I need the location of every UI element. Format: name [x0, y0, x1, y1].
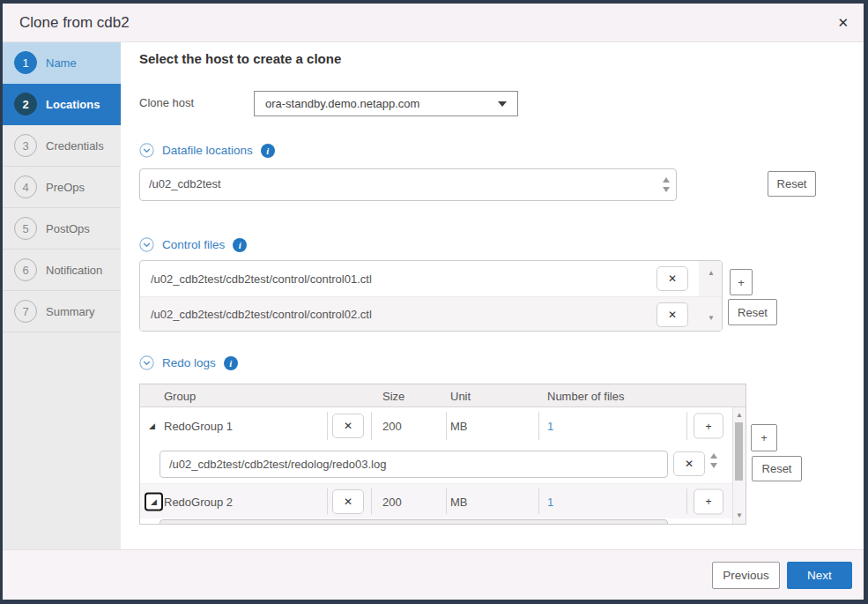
step-preops[interactable]: 4 PreOps — [3, 167, 121, 208]
step-number-badge: 5 — [14, 217, 37, 240]
focused-collapse-triangle[interactable]: ◢ — [145, 492, 163, 511]
dialog-footer: Previous Next — [3, 549, 864, 600]
add-redo-group-button[interactable]: + — [751, 424, 777, 451]
control-file-row: /u02_cdb2test/cdb2test/control/control01… — [140, 261, 722, 296]
column-header-size: Size — [382, 389, 404, 402]
step-number-badge: 4 — [14, 175, 37, 198]
remove-redo-file-button[interactable]: ✕ — [673, 451, 705, 476]
datafile-locations-section-toggle[interactable]: Datafile locations i — [139, 143, 275, 158]
control-files-section-toggle[interactable]: Control files i — [139, 237, 247, 252]
clone-host-select[interactable]: ora-standby.demo.netapp.com — [254, 91, 518, 116]
step-number-badge: 2 — [14, 93, 37, 116]
remove-redo-group-button[interactable]: ✕ — [332, 489, 364, 514]
datafile-location-input[interactable]: /u02_cdb2test — [139, 168, 677, 201]
redo-group-file-count[interactable]: 1 — [547, 495, 553, 508]
spinner-down-icon[interactable] — [663, 187, 670, 192]
add-redo-file-button[interactable]: + — [694, 414, 723, 439]
previous-button[interactable]: Previous — [712, 562, 780, 589]
redo-logs-table-header: Group Size Unit Number of files — [140, 384, 746, 407]
remove-control-file-button[interactable]: ✕ — [657, 266, 688, 291]
redo-file-path-value: /u02_cdb2test/cdb2test/redolog/redo03.lo… — [169, 458, 386, 471]
step-label: Name — [46, 56, 77, 70]
redo-group-row: ◢ RedoGroup 1 ✕ 200 MB 1 + — [140, 407, 746, 444]
add-control-file-button[interactable]: + — [730, 269, 753, 295]
panel-heading: Select the host to create a clone — [139, 51, 341, 66]
scrollbar-thumb[interactable] — [735, 422, 743, 481]
step-number-badge: 1 — [14, 51, 37, 74]
close-x-icon: ✕ — [685, 458, 694, 470]
redo-group-name: RedoGroup 1 — [164, 420, 233, 433]
control-files-reset-button[interactable]: Reset — [728, 299, 777, 325]
step-locations[interactable]: 2 Locations — [3, 84, 121, 125]
info-icon[interactable]: i — [233, 238, 247, 252]
step-label: Credentials — [46, 139, 104, 153]
close-x-icon: ✕ — [344, 496, 352, 508]
step-summary[interactable]: 7 Summary — [3, 291, 121, 332]
remove-control-file-button[interactable]: ✕ — [657, 302, 688, 327]
step-label: Locations — [46, 98, 100, 111]
step-label: PostOps — [46, 222, 90, 235]
clone-dialog: Clone from cdb2 ✕ 1 Name 2 Locations 3 C… — [0, 0, 868, 604]
spinner-down-icon[interactable] — [710, 463, 717, 468]
redo-file-path-input[interactable]: /u02_cdb2test/cdb2test/redolog/redo03.lo… — [160, 451, 668, 478]
redo-group-size[interactable]: 200 — [382, 420, 402, 433]
sidebar-filler — [3, 332, 121, 549]
control-file-path[interactable]: /u02_cdb2test/cdb2test/control/control02… — [151, 308, 372, 321]
datafile-location-value: /u02_cdb2test — [149, 177, 221, 190]
step-label: Summary — [46, 305, 95, 318]
collapse-chevron-icon — [139, 355, 154, 370]
step-postops[interactable]: 5 PostOps — [3, 208, 121, 250]
dialog-body: 1 Name 2 Locations 3 Credentials 4 PreOp… — [3, 42, 864, 549]
collapse-triangle-icon: ◢ — [151, 497, 157, 505]
step-number-badge: 6 — [14, 258, 37, 281]
redo-group-size[interactable]: 200 — [382, 495, 402, 508]
close-icon[interactable]: ✕ — [837, 16, 849, 29]
step-name[interactable]: 1 Name — [3, 42, 121, 84]
control-files-title: Control files — [162, 238, 225, 251]
step-number-badge: 3 — [14, 134, 37, 157]
scroll-up-icon[interactable]: ▲ — [736, 412, 743, 419]
scroll-down-icon[interactable]: ▼ — [736, 512, 743, 519]
close-x-icon: ✕ — [668, 272, 677, 285]
collapse-chevron-icon — [139, 237, 154, 252]
step-number-badge: 7 — [14, 300, 37, 323]
plus-icon: + — [705, 420, 711, 432]
datafile-reset-button[interactable]: Reset — [768, 171, 816, 197]
locations-panel: Select the host to create a clone Clone … — [121, 42, 864, 549]
step-notification[interactable]: 6 Notification — [3, 250, 121, 291]
redo-logs-table: Group Size Unit Number of files ◢ RedoGr… — [139, 384, 746, 525]
spinner-up-icon[interactable] — [663, 177, 670, 183]
info-icon[interactable]: i — [224, 356, 238, 370]
redo-group-row: ◢ RedoGroup 2 ✕ 200 MB 1 + — [140, 483, 746, 518]
redo-logs-section-toggle[interactable]: Redo logs i — [139, 355, 238, 370]
collapse-triangle-icon[interactable]: ◢ — [149, 422, 155, 430]
info-icon[interactable]: i — [261, 144, 275, 158]
scroll-up-icon[interactable]: ▲ — [708, 270, 715, 277]
wizard-steps: 1 Name 2 Locations 3 Credentials 4 PreOp… — [3, 42, 121, 549]
redo-group-file-count[interactable]: 1 — [547, 420, 553, 433]
redo-table-scrollbar[interactable]: ▲ ▼ — [732, 407, 746, 524]
redo-logs-reset-button[interactable]: Reset — [752, 456, 802, 481]
scroll-down-icon[interactable]: ▼ — [708, 315, 715, 322]
remove-redo-group-button[interactable]: ✕ — [332, 414, 364, 438]
redo-group-unit[interactable]: MB — [450, 495, 468, 508]
redo-file-subrow: /u02_cdb2test/cdb2test/redolog/redo03.lo… — [140, 444, 746, 483]
redo-logs-title: Redo logs — [162, 356, 216, 369]
close-x-icon: ✕ — [668, 309, 677, 321]
control-file-path[interactable]: /u02_cdb2test/cdb2test/control/control01… — [151, 272, 372, 286]
datafile-locations-title: Datafile locations — [162, 144, 253, 157]
collapse-chevron-icon — [139, 143, 154, 158]
datafile-spinner — [663, 177, 670, 192]
control-files-list: /u02_cdb2test/cdb2test/control/control01… — [139, 260, 723, 332]
close-x-icon: ✕ — [344, 420, 352, 432]
column-header-files: Number of files — [547, 389, 624, 402]
clipped-next-row — [160, 519, 668, 525]
add-redo-file-button[interactable]: + — [694, 488, 723, 514]
next-button[interactable]: Next — [787, 562, 852, 589]
redo-group-unit[interactable]: MB — [450, 420, 468, 433]
plus-icon: + — [705, 496, 711, 508]
step-credentials[interactable]: 3 Credentials — [3, 125, 121, 167]
spinner-up-icon[interactable] — [710, 453, 717, 459]
redo-file-spinner — [710, 453, 717, 468]
clone-host-label: Clone host — [139, 96, 194, 109]
